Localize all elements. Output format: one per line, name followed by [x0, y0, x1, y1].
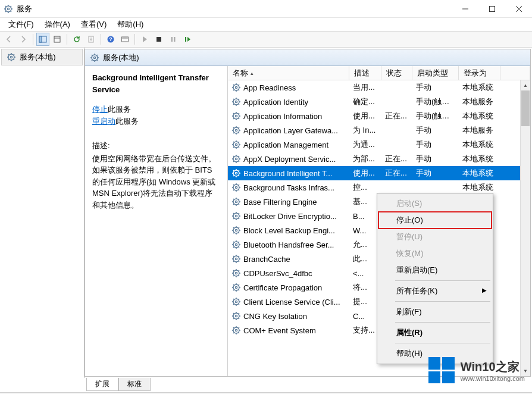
service-row[interactable]: Application Layer Gatewa...为 In...手动本地服务: [228, 123, 530, 137]
vertical-scrollbar[interactable]: ▲ ▼: [520, 80, 530, 376]
cell-name: Bluetooth Handsfree Ser...: [228, 240, 349, 249]
svg-point-14: [8, 54, 14, 60]
stop-suffix: 此服务: [108, 105, 131, 114]
cell-start: 手动: [412, 139, 459, 150]
close-button[interactable]: [505, 0, 532, 18]
service-row[interactable]: App Readiness当用...手动本地系统: [228, 80, 530, 95]
console-button[interactable]: [118, 33, 132, 46]
svg-rect-13: [185, 37, 186, 42]
forward-button[interactable]: [17, 33, 30, 46]
col-name[interactable]: 名称▴: [228, 66, 349, 80]
pause-service-button[interactable]: [167, 33, 180, 46]
gear-icon: [231, 240, 241, 249]
cell-state: 正在...: [381, 111, 412, 121]
svg-point-46: [233, 284, 239, 290]
watermark-title: Win10之家: [461, 359, 525, 375]
svg-point-18: [233, 85, 239, 90]
svg-rect-4: [39, 36, 42, 42]
menu-file[interactable]: 文件(F): [4, 18, 39, 31]
svg-point-16: [92, 55, 98, 61]
cell-name: Certificate Propagation: [228, 283, 349, 292]
back-button[interactable]: [2, 33, 15, 46]
cell-name: AppX Deployment Servic...: [228, 154, 349, 164]
svg-point-30: [233, 170, 239, 176]
ctx-resume[interactable]: 恢复(M): [378, 245, 492, 262]
scroll-up-button[interactable]: ▲: [521, 80, 530, 90]
svg-point-48: [233, 299, 239, 305]
scroll-thumb[interactable]: [521, 90, 530, 126]
ctx-all-tasks[interactable]: 所有任务(K)▶: [378, 283, 492, 299]
svg-point-43: [235, 258, 237, 259]
watermark: Win10之家 www.win10xitong.com: [428, 357, 525, 383]
cell-desc: 使用...: [349, 168, 381, 179]
cell-logon: 本地服务: [459, 96, 500, 107]
description-label: 描述:: [92, 140, 220, 152]
svg-point-25: [235, 129, 237, 131]
cell-desc: 确定...: [349, 96, 381, 107]
cell-start: 手动: [412, 82, 459, 93]
gear-icon: [231, 226, 241, 235]
col-start[interactable]: 启动类型: [412, 66, 459, 80]
ctx-restart[interactable]: 重新启动(E): [378, 262, 492, 279]
gear-icon: [231, 168, 241, 178]
svg-rect-5: [54, 36, 60, 42]
ctx-stop[interactable]: 停止(O): [378, 212, 492, 229]
svg-point-24: [233, 127, 239, 133]
stop-service-button[interactable]: [152, 33, 165, 46]
gear-icon: [231, 111, 241, 121]
minimize-button[interactable]: [452, 0, 478, 18]
service-row[interactable]: Application Information使用...正在...手动(触发..…: [228, 109, 530, 123]
cell-start: 手动: [412, 168, 459, 179]
tree-pane: 服务(本地): [0, 48, 85, 378]
submenu-arrow-icon: ▶: [482, 287, 487, 293]
cell-name: Application Layer Gatewa...: [228, 126, 349, 135]
cell-desc: 控...: [349, 182, 381, 193]
cell-name: Block Level Backup Engi...: [228, 226, 349, 235]
svg-point-36: [233, 213, 239, 219]
cell-logon: 本地系统: [459, 168, 500, 179]
service-row[interactable]: Background Intelligent T...使用...正在...手动本…: [228, 166, 530, 180]
restart-link[interactable]: 重启动: [92, 117, 115, 126]
service-row[interactable]: AppX Deployment Servic...为部...正在...手动本地系…: [228, 152, 530, 166]
gear-icon: [231, 126, 241, 135]
tab-extended[interactable]: 扩展: [86, 378, 118, 391]
properties-toolbar-button[interactable]: [51, 33, 64, 46]
tree-root-item[interactable]: 服务(本地): [1, 49, 83, 65]
col-desc[interactable]: 描述: [349, 66, 381, 80]
menu-help[interactable]: 帮助(H): [112, 18, 148, 31]
svg-point-34: [233, 199, 239, 205]
pane-header-title: 服务(本地): [103, 52, 139, 63]
refresh-button[interactable]: [70, 33, 83, 46]
ctx-separator: [395, 301, 490, 302]
svg-point-50: [233, 313, 239, 319]
col-state[interactable]: 状态: [381, 66, 412, 80]
svg-point-52: [233, 327, 239, 333]
cell-desc: 当用...: [349, 82, 381, 93]
ctx-refresh[interactable]: 刷新(F): [378, 304, 492, 320]
start-service-button[interactable]: [138, 33, 151, 46]
ctx-properties[interactable]: 属性(R): [378, 324, 492, 341]
cell-logon: 本地系统: [459, 111, 500, 121]
show-hide-tree-button[interactable]: [36, 33, 49, 46]
menu-action[interactable]: 操作(A): [40, 18, 75, 31]
gear-icon: [231, 183, 241, 192]
restart-suffix: 此服务: [115, 117, 139, 126]
stop-link[interactable]: 停止: [92, 105, 108, 114]
tree-root-label: 服务(本地): [20, 52, 56, 62]
svg-point-28: [233, 156, 239, 162]
maximize-button[interactable]: [478, 0, 505, 18]
export-button[interactable]: [85, 33, 98, 46]
tab-standard[interactable]: 标准: [118, 378, 151, 391]
title-bar: 服务: [0, 0, 532, 18]
service-row[interactable]: Application Management为通...手动本地系统: [228, 137, 530, 152]
help-button[interactable]: ?: [104, 33, 117, 46]
service-row[interactable]: Application Identity确定...手动(触发...本地服务: [228, 95, 530, 109]
menu-view[interactable]: 查看(V): [76, 18, 111, 31]
stop-line: 停止此服务: [92, 104, 220, 115]
restart-service-button[interactable]: [181, 33, 194, 46]
col-logon[interactable]: 登录为: [459, 66, 500, 80]
svg-point-32: [233, 185, 239, 190]
ctx-start[interactable]: 启动(S): [378, 195, 492, 212]
ctx-pause[interactable]: 暂停(U): [378, 229, 492, 245]
gear-icon: [231, 140, 241, 149]
